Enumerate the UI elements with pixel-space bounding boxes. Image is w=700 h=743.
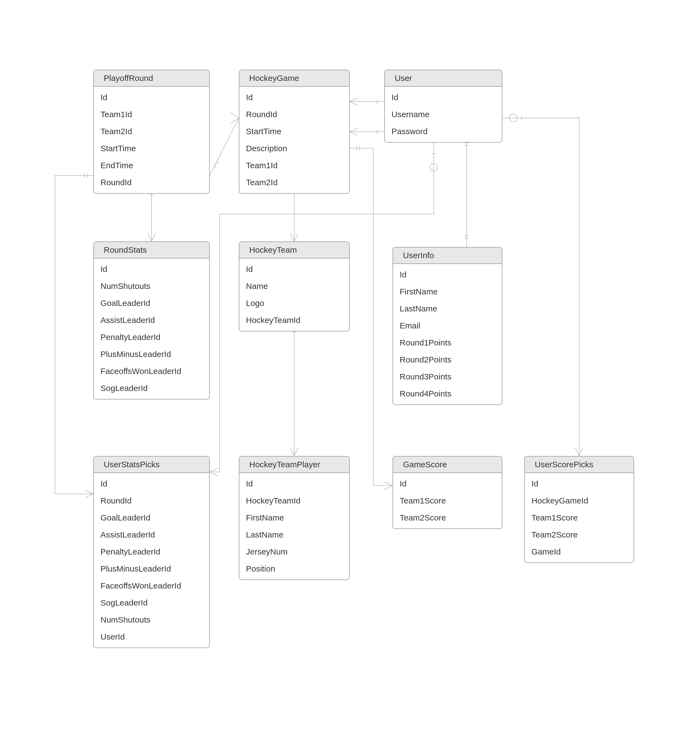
- entity-attribute: Team1Score: [525, 509, 633, 526]
- entity-attribute: Position: [239, 560, 349, 577]
- entity-attribute: SogLeaderId: [94, 594, 209, 611]
- entity-attribute: Email: [393, 317, 502, 334]
- entity-attribute: Team2Score: [525, 526, 633, 543]
- entity-attribute: AssistLeaderId: [94, 312, 209, 329]
- entity-attribute: AssistLeaderId: [94, 526, 209, 543]
- entity-attribute: LastName: [393, 300, 502, 317]
- entity-body: IdFirstNameLastNameEmailRound1PointsRoun…: [393, 264, 502, 404]
- entity-body: IdRoundIdStartTimeDescriptionTeam1IdTeam…: [239, 87, 349, 193]
- entity-header: HockeyTeamPlayer: [239, 457, 349, 473]
- entity-body: IdTeam1IdTeam2IdStartTimeEndTimeRoundId: [94, 87, 209, 193]
- entity-attribute: Id: [239, 89, 349, 106]
- entity-attribute: FirstName: [393, 283, 502, 300]
- entity-body: IdNameLogoHockeyTeamId: [239, 259, 349, 331]
- entity-attribute: Password: [385, 123, 502, 140]
- entity-attribute: Id: [385, 89, 502, 106]
- entity-header: UserStatsPicks: [94, 457, 209, 473]
- entity-attribute: PlusMinusLeaderId: [94, 560, 209, 577]
- entity-attribute: PenaltyLeaderId: [94, 543, 209, 560]
- svg-line-0: [210, 118, 239, 176]
- entity-userInfo: UserInfoIdFirstNameLastNameEmailRound1Po…: [393, 247, 502, 405]
- rel-hockeygame-gamescore: [350, 146, 393, 490]
- entity-attribute: Id: [239, 475, 349, 492]
- entity-attribute: Round3Points: [393, 368, 502, 385]
- entity-attribute: RoundId: [94, 174, 209, 191]
- entity-attribute: LastName: [239, 526, 349, 543]
- entity-hockeyTeam: HockeyTeamIdNameLogoHockeyTeamId: [239, 241, 350, 332]
- entity-userScorePicks: UserScorePicksIdHockeyGameIdTeam1ScoreTe…: [524, 456, 634, 563]
- entity-attribute: GoalLeaderId: [94, 295, 209, 312]
- entity-header: HockeyTeam: [239, 242, 349, 259]
- entity-attribute: Logo: [239, 295, 349, 312]
- entity-attribute: Id: [94, 260, 209, 278]
- entity-attribute: Team2Id: [94, 123, 209, 140]
- entity-gameScore: GameScoreIdTeam1ScoreTeam2Score: [393, 456, 502, 529]
- svg-point-23: [510, 114, 517, 122]
- entity-header: HockeyGame: [239, 70, 349, 87]
- entity-attribute: Round1Points: [393, 334, 502, 351]
- entity-attribute: HockeyTeamId: [239, 312, 349, 329]
- rel-hockeyteam-hockeyteamplayer: [291, 323, 298, 456]
- entity-header: UserInfo: [393, 247, 502, 264]
- entity-attribute: GoalLeaderId: [94, 509, 209, 526]
- entity-attribute: Round2Points: [393, 351, 502, 368]
- entity-attribute: Username: [385, 106, 502, 123]
- entity-attribute: EndTime: [94, 157, 209, 174]
- entity-header: RoundStats: [94, 242, 209, 259]
- rel-hockeygame-user-2: [350, 128, 384, 136]
- entity-body: IdHockeyTeamIdFirstNameLastNameJerseyNum…: [239, 473, 349, 579]
- entity-body: IdRoundIdGoalLeaderIdAssistLeaderIdPenal…: [94, 473, 209, 648]
- entity-attribute: FaceoffsWonLeaderId: [94, 577, 209, 594]
- entity-attribute: GameId: [525, 543, 633, 560]
- entity-attribute: HockeyTeamId: [239, 492, 349, 509]
- entity-attribute: PlusMinusLeaderId: [94, 346, 209, 363]
- entity-attribute: RoundId: [94, 492, 209, 509]
- entity-attribute: SogLeaderId: [94, 380, 209, 397]
- entity-body: IdTeam1ScoreTeam2Score: [393, 473, 502, 528]
- entity-body: IdNumShutoutsGoalLeaderIdAssistLeaderIdP…: [94, 259, 209, 399]
- entity-attribute: Description: [239, 140, 349, 157]
- entity-attribute: Name: [239, 278, 349, 295]
- entity-header: UserScorePicks: [525, 457, 633, 473]
- entity-attribute: StartTime: [239, 123, 349, 140]
- entity-attribute: Team1Id: [94, 106, 209, 123]
- entity-attribute: Id: [239, 260, 349, 278]
- entity-attribute: Id: [94, 89, 209, 106]
- entity-attribute: RoundId: [239, 106, 349, 123]
- entity-header: User: [385, 70, 502, 87]
- entity-attribute: Id: [393, 266, 502, 283]
- entity-attribute: UserId: [94, 628, 209, 645]
- entity-roundStats: RoundStatsIdNumShutoutsGoalLeaderIdAssis…: [93, 241, 210, 400]
- entity-hockeyTeamPlayer: HockeyTeamPlayerIdHockeyTeamIdFirstNameL…: [239, 456, 350, 580]
- rel-hockeygame-user: [350, 98, 384, 105]
- svg-point-21: [430, 164, 438, 171]
- rel-playoffround-userstatspicks: [55, 173, 93, 498]
- rel-user-userscorepicks: [502, 114, 583, 456]
- entity-header: PlayoffRound: [94, 70, 209, 87]
- entity-attribute: Id: [393, 475, 502, 492]
- entity-attribute: FirstName: [239, 509, 349, 526]
- entity-attribute: Team2Score: [393, 509, 502, 526]
- rel-playoffround-hockeygame: [210, 112, 239, 176]
- entity-attribute: HockeyGameId: [525, 492, 633, 509]
- entity-attribute: JerseyNum: [239, 543, 349, 560]
- entity-attribute: StartTime: [94, 140, 209, 157]
- entity-header: GameScore: [393, 457, 502, 473]
- entity-attribute: FaceoffsWonLeaderId: [94, 363, 209, 380]
- entity-attribute: Team1Score: [393, 492, 502, 509]
- entity-attribute: Team2Id: [239, 174, 349, 191]
- entity-user: UserIdUsernamePassword: [384, 70, 502, 143]
- entity-attribute: PenaltyLeaderId: [94, 329, 209, 346]
- entity-attribute: NumShutouts: [94, 611, 209, 628]
- entity-attribute: Round4Points: [393, 385, 502, 402]
- entity-attribute: Team1Id: [239, 157, 349, 174]
- entity-playoffRound: PlayoffRoundIdTeam1IdTeam2IdStartTimeEnd…: [93, 70, 210, 194]
- entity-body: IdUsernamePassword: [385, 87, 502, 142]
- entity-userStatsPicks: UserStatsPicksIdRoundIdGoalLeaderIdAssis…: [93, 456, 210, 648]
- entity-hockeyGame: HockeyGameIdRoundIdStartTimeDescriptionT…: [239, 70, 350, 194]
- rel-user-userinfo: [464, 136, 469, 247]
- entity-body: IdHockeyGameIdTeam1ScoreTeam2ScoreGameId: [525, 473, 633, 562]
- entity-attribute: Id: [94, 475, 209, 492]
- entity-attribute: NumShutouts: [94, 278, 209, 295]
- entity-attribute: Id: [525, 475, 633, 492]
